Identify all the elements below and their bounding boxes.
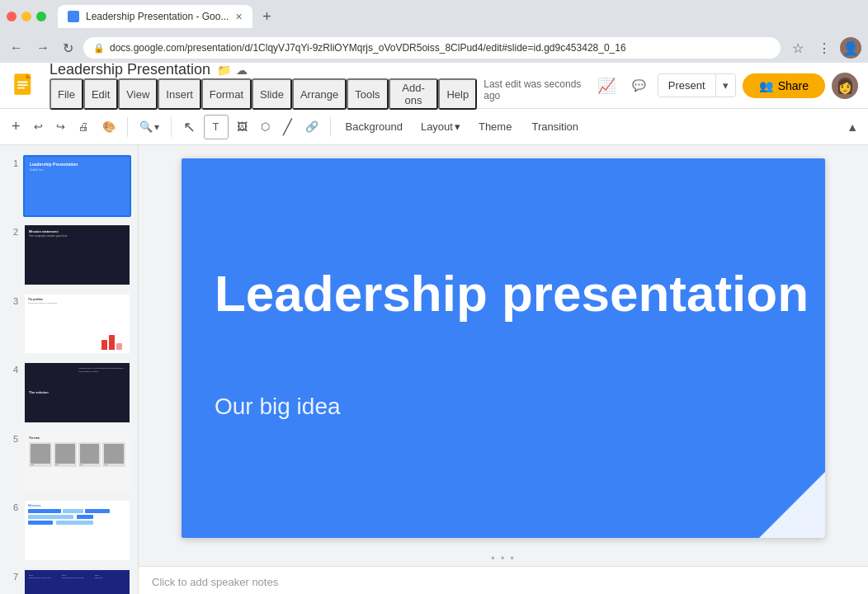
thumb-1-sub: Subtitle here bbox=[30, 168, 125, 172]
slide-panel: 1 Leadership Presentation Subtitle here … bbox=[0, 145, 139, 594]
share-button[interactable]: 👥 Share bbox=[743, 73, 825, 98]
resize-dots: • • • bbox=[491, 553, 515, 564]
share-label: Share bbox=[778, 79, 809, 92]
slide-item-3[interactable]: 3 The problem Describe the problem for y… bbox=[0, 290, 138, 358]
slide-thumb-5: The team Name Name Name bbox=[23, 431, 131, 493]
timeline-row-1 bbox=[28, 509, 126, 513]
main-slide-area: Leadership presentation Our big idea • •… bbox=[139, 145, 868, 594]
back-button[interactable]: ← bbox=[7, 39, 26, 57]
slide-canvas-container[interactable]: Leadership presentation Our big idea bbox=[139, 145, 868, 551]
theme-button[interactable]: Theme bbox=[470, 115, 520, 139]
textbox-tool[interactable]: T bbox=[204, 115, 229, 139]
extensions-button[interactable]: ⋮ bbox=[814, 37, 835, 59]
toolbar-separator-3 bbox=[330, 117, 331, 137]
tab-close-btn[interactable]: × bbox=[235, 10, 242, 23]
link-tool[interactable]: 🔗 bbox=[300, 115, 323, 139]
menu-addons[interactable]: Add-ons bbox=[389, 78, 439, 110]
image-tool[interactable]: 🖼 bbox=[232, 115, 252, 139]
thumb-3-left: The problem Describe the problem for you… bbox=[28, 298, 98, 350]
slide-subtitle[interactable]: Our big idea bbox=[215, 394, 341, 420]
speaker-notes-placeholder[interactable]: Click to add speaker notes bbox=[152, 576, 278, 588]
activity-button[interactable]: 📈 bbox=[592, 72, 620, 100]
slide-canvas[interactable]: Leadership presentation Our big idea bbox=[182, 158, 825, 538]
slide-thumb-1: Leadership Presentation Subtitle here bbox=[23, 155, 131, 217]
slide-item-5[interactable]: 5 The team Name Name bbox=[0, 427, 138, 496]
bookmark-button[interactable]: ☆ bbox=[787, 37, 809, 59]
collapse-toolbar-button[interactable]: ▲ bbox=[843, 117, 861, 137]
toolbar-separator-1 bbox=[127, 117, 128, 137]
menu-edit[interactable]: Edit bbox=[83, 78, 118, 110]
app-body: 1 Leadership Presentation Subtitle here … bbox=[0, 145, 868, 594]
svg-rect-3 bbox=[17, 81, 28, 82]
menu-help[interactable]: Help bbox=[438, 78, 477, 110]
profile-avatar[interactable]: 👤 bbox=[840, 37, 861, 59]
speaker-notes[interactable]: Click to add speaker notes bbox=[139, 566, 868, 594]
address-bar[interactable]: 🔒 docs.google.com/presentation/d/1ClqyVJ… bbox=[83, 37, 781, 59]
slide-item-7[interactable]: 7 Col 1 Details about this column go her… bbox=[0, 565, 138, 594]
new-tab-button[interactable]: + bbox=[256, 5, 279, 28]
undo-button[interactable]: ↩ bbox=[29, 115, 48, 139]
thumb-2-title: Mission statement: bbox=[29, 229, 125, 233]
present-button-group: Present ▾ bbox=[658, 73, 736, 97]
slide-main-title[interactable]: Leadership presentation bbox=[215, 266, 809, 322]
refresh-button[interactable]: ↻ bbox=[59, 39, 77, 58]
redo-button[interactable]: ↪ bbox=[51, 115, 70, 139]
folder-icon[interactable]: 📁 bbox=[217, 64, 231, 77]
add-slide-button[interactable]: + bbox=[7, 115, 26, 139]
menu-slide[interactable]: Slide bbox=[252, 78, 292, 110]
menu-file[interactable]: File bbox=[50, 78, 83, 110]
browser-toolbar: ← → ↻ 🔒 docs.google.com/presentation/d/1… bbox=[0, 33, 868, 63]
presentation-title[interactable]: Leadership Presentation bbox=[50, 61, 210, 78]
slide-item-2[interactable]: 2 Mission statement: Your company's miss… bbox=[0, 220, 138, 289]
menu-arrange[interactable]: Arrange bbox=[292, 78, 347, 110]
menu-view[interactable]: View bbox=[118, 78, 158, 110]
toolbar-separator-2 bbox=[171, 117, 172, 137]
menu-tools[interactable]: Tools bbox=[347, 78, 388, 110]
slide-number-2: 2 bbox=[7, 224, 18, 237]
resize-handle[interactable]: • • • bbox=[139, 551, 868, 566]
person-photo-3 bbox=[80, 444, 100, 464]
corner-fold bbox=[759, 472, 825, 538]
comment-button[interactable]: 💬 bbox=[627, 74, 651, 97]
last-edit-status: Last edit was seconds ago bbox=[484, 78, 583, 110]
slide-thumb-7: Col 1 Details about this column go here … bbox=[23, 568, 131, 594]
layout-button[interactable]: Layout ▾ bbox=[414, 115, 467, 139]
person-photo-4 bbox=[104, 444, 124, 464]
forward-button[interactable]: → bbox=[33, 39, 53, 57]
lock-icon: 🔒 bbox=[93, 43, 105, 54]
select-tool[interactable]: ↖ bbox=[178, 115, 200, 139]
slide-number-1: 1 bbox=[7, 155, 18, 168]
paint-format-button[interactable]: 🎨 bbox=[97, 115, 120, 139]
slide-thumb-2: Mission statement: Your company's missio… bbox=[23, 224, 131, 285]
minimize-traffic-light[interactable] bbox=[21, 12, 31, 21]
background-button[interactable]: Background bbox=[337, 115, 411, 139]
person-photo-2 bbox=[55, 444, 75, 464]
timeline-row-2 bbox=[28, 515, 126, 519]
browser-tab[interactable]: Leadership Presentation - Goo... × bbox=[58, 5, 252, 28]
present-button[interactable]: Present bbox=[658, 74, 715, 97]
line-tool[interactable]: ╱ bbox=[278, 115, 297, 139]
maximize-traffic-light[interactable] bbox=[36, 12, 46, 21]
menu-insert[interactable]: Insert bbox=[158, 78, 201, 110]
bar-1 bbox=[101, 340, 107, 350]
timeline-row-3 bbox=[28, 521, 126, 525]
slide-item-1[interactable]: 1 Leadership Presentation Subtitle here bbox=[0, 152, 138, 220]
close-traffic-light[interactable] bbox=[7, 12, 17, 21]
thumb-4-left: The solution bbox=[29, 367, 76, 417]
shape-tool[interactable]: ⬡ bbox=[256, 115, 275, 139]
app-title-row: Leadership Presentation 📁 ☁ bbox=[50, 61, 583, 78]
slide-thumb-4: The solution Describe how you've identif… bbox=[23, 361, 131, 423]
slide-item-6[interactable]: 6 Milestones bbox=[0, 496, 138, 564]
transition-button[interactable]: Transition bbox=[523, 115, 587, 139]
cloud-icon[interactable]: ☁ bbox=[236, 64, 248, 77]
menu-format[interactable]: Format bbox=[201, 78, 252, 110]
slide-item-4[interactable]: 4 The solution Describe how you've ident… bbox=[0, 358, 138, 427]
present-caret[interactable]: ▾ bbox=[715, 74, 735, 97]
user-avatar[interactable]: 👩 bbox=[832, 73, 858, 99]
app-logo bbox=[10, 71, 40, 101]
print-button[interactable]: 🖨 bbox=[73, 115, 94, 139]
browser-toolbar-icons: ☆ ⋮ 👤 bbox=[787, 37, 861, 59]
slide-thumb-6: Milestones bbox=[23, 499, 131, 561]
zoom-button[interactable]: 🔍 ▾ bbox=[134, 115, 164, 139]
traffic-lights: Leadership Presentation - Goo... × + bbox=[0, 0, 868, 33]
